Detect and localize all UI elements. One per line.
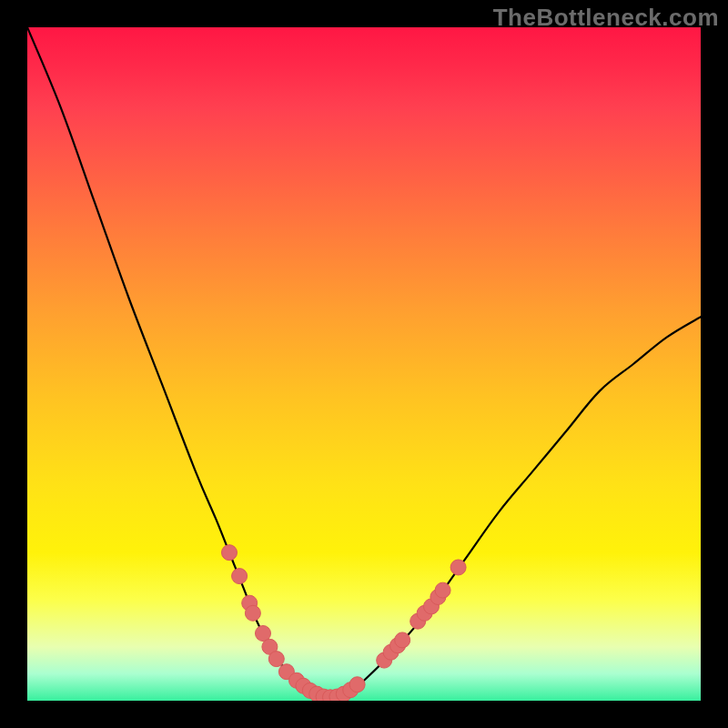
data-marker bbox=[435, 582, 450, 598]
data-marker bbox=[395, 632, 410, 648]
data-marker bbox=[245, 605, 260, 621]
data-marker bbox=[450, 560, 466, 575]
data-marker bbox=[232, 569, 248, 584]
chart-svg bbox=[27, 27, 701, 701]
plot-area bbox=[27, 27, 701, 701]
chart-frame: TheBottleneck.com bbox=[0, 0, 728, 728]
data-marker bbox=[222, 545, 238, 561]
bottleneck-curve bbox=[27, 27, 701, 698]
data-marker bbox=[349, 677, 365, 693]
data-marker bbox=[268, 652, 284, 667]
